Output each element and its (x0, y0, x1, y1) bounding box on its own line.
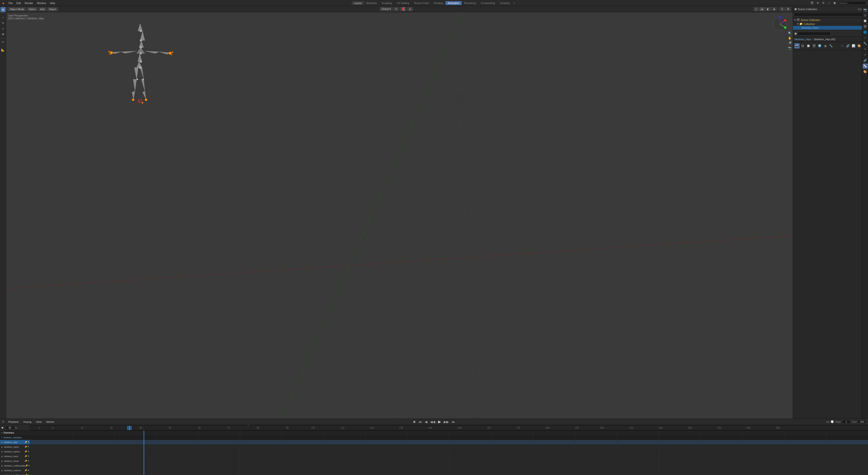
dopesheet-head-row[interactable]: ▶ Skeleton_Head 🔑 👁 (0, 459, 30, 464)
viewport-select-menu[interactable]: Select (27, 7, 37, 11)
viewport-zoom-icon[interactable]: 🔎 (787, 41, 792, 45)
props-view-icon[interactable]: 🔲 (863, 18, 868, 24)
props-scene2-icon[interactable]: 🎬 (863, 24, 868, 29)
start-frame-input[interactable]: 1 (842, 420, 850, 424)
track-spine1[interactable] (31, 449, 868, 454)
dopesheet-spine1-row[interactable]: ▶ Skeleton_Spine1 🔑 👁 (0, 449, 30, 454)
window-icon[interactable]: □ (827, 1, 831, 5)
workspace-shading[interactable]: Shading (431, 1, 445, 5)
track-neck[interactable] (31, 454, 868, 459)
keying-menu[interactable]: Keying (23, 420, 32, 424)
menu-render[interactable]: Render (23, 1, 35, 5)
props-particle-icon[interactable]: ✦ (863, 47, 868, 52)
workspace-add[interactable]: + (512, 1, 517, 5)
props-material2-icon[interactable]: 🎨 (863, 69, 868, 75)
properties-search[interactable] (798, 32, 831, 35)
workspace-animation[interactable]: Animation (445, 1, 462, 5)
props-constraint-icon[interactable]: 🔗 (863, 58, 868, 63)
current-frame-input[interactable]: 30 (5, 426, 14, 429)
viewport-gizmo-widget[interactable] (772, 16, 788, 33)
prop-object-icon[interactable]: ▣ (823, 43, 828, 49)
skeleton-hips-expand[interactable]: ▶ (1, 441, 3, 443)
workspace-scripting[interactable]: Scripting (497, 1, 512, 5)
main-viewport[interactable]: User Perspective (5D) Collection | Skele… (6, 12, 793, 419)
viewport-gizmo-toggle[interactable]: ⊕ (785, 7, 791, 11)
prop-output-icon[interactable]: 🖼 (800, 43, 805, 49)
prop-data-icon[interactable]: 📊 (851, 43, 856, 49)
collection-item[interactable]: ▾ 📁 Collection (793, 22, 868, 26)
measure-tool[interactable]: 📐 (0, 47, 6, 53)
skeleton-root-item[interactable]: Skeleton_Root 👁 🖊 (793, 26, 868, 30)
filter-icon[interactable]: ⚙ (821, 1, 826, 5)
prop-material-icon[interactable]: 🎨 (857, 43, 862, 49)
viewport-camera-icon[interactable]: 📷 (787, 46, 792, 50)
properties-editor-icon[interactable]: ▣ (795, 32, 797, 35)
scroll-left-btn[interactable]: ◀ (0, 425, 4, 431)
workspace-layout[interactable]: Layout (351, 1, 364, 5)
viewport-add-menu[interactable]: Add (38, 7, 46, 11)
dopesheet-leftarm-row[interactable]: ▶ Skeleton_LeftArm 🔑 👁 (0, 468, 30, 473)
prop-constraints-icon[interactable]: 🔗 (845, 43, 850, 49)
collection-expand-icon[interactable]: ▾ (797, 23, 798, 25)
scale-tool[interactable]: ⤢ (0, 26, 6, 31)
annotate-tool[interactable]: ✏ (0, 39, 6, 45)
view-menu[interactable]: View (35, 420, 42, 424)
scene-icon[interactable]: 🎬 (810, 1, 814, 5)
props-render-settings-icon[interactable]: 📷 (863, 7, 868, 12)
menu-file[interactable]: File (7, 1, 14, 5)
viewport-shading-material[interactable]: ◐ (765, 7, 771, 11)
props-physics2-icon[interactable]: ⚛ (863, 52, 868, 57)
breadcrumb-skeleton-hips[interactable]: Skeleton_Hips (795, 38, 811, 41)
dopesheet-neck-row[interactable]: ▶ Skeleton_Neck 🔑 👁 (0, 454, 30, 459)
prop-physics-icon[interactable]: ⚛ (840, 43, 845, 49)
playback-menu[interactable]: Playback (7, 420, 20, 424)
viewport-shading-solid[interactable]: ● (760, 7, 765, 11)
track-leftarm[interactable] (31, 468, 868, 473)
track-root[interactable] (31, 435, 868, 440)
global-transform-mode[interactable]: Global ▾ (380, 7, 393, 11)
outliner-type-icon[interactable]: ▣ (795, 7, 797, 10)
menu-edit[interactable]: Edit (14, 1, 23, 5)
menu-help[interactable]: Help (48, 1, 57, 5)
summary-row[interactable]: ▾ Summary (0, 431, 30, 435)
timeline-editor-icon[interactable]: ⏱ (2, 420, 4, 423)
viewport-shading-wire[interactable]: ◻ (753, 7, 759, 11)
outliner-search-input[interactable] (794, 13, 867, 17)
scene-collection-text[interactable]: Scene Collection (801, 19, 820, 22)
track-leftforearm[interactable] (31, 473, 868, 475)
proportional-edit[interactable]: ◎ (407, 7, 413, 11)
dopesheet-tracks[interactable] (31, 431, 868, 475)
dopesheet-spine-row[interactable]: ▶ Skeleton_Spine 🔑 👁 (0, 445, 30, 449)
reverse-play-btn[interactable]: ◀◀ (429, 420, 436, 424)
zoom-to-cursor-icon[interactable]: 🔍 (787, 31, 792, 35)
jump-to-start-btn[interactable]: ⏮ (418, 420, 423, 424)
workspace-modeling[interactable]: Modeling (364, 1, 379, 5)
prop-view-layer-icon[interactable]: 🔲 (806, 43, 811, 49)
props-modifier2-icon[interactable]: 🔧 (863, 41, 868, 46)
select-cursor-tool[interactable]: ⊕ (0, 7, 6, 12)
transform-tool[interactable]: ✥ (0, 32, 6, 37)
track-spine[interactable] (31, 445, 868, 449)
jump-to-end-btn[interactable]: ⏭ (451, 420, 456, 424)
track-leftshoulder[interactable] (31, 464, 868, 468)
track-summary[interactable] (31, 431, 868, 435)
track-hips[interactable] (31, 440, 868, 445)
dopesheet-skeleton-root[interactable]: ▾ Skeleton_Hips(Boo... (0, 435, 30, 440)
viewport-object-menu[interactable]: Object (47, 7, 58, 11)
hips-visibility-icon[interactable]: 👁 (28, 441, 29, 443)
prop-modifier-icon[interactable]: 🔧 (828, 43, 833, 49)
stop-btn[interactable]: ⏹ (412, 420, 416, 423)
snap-toggle[interactable]: 🧲 (400, 7, 406, 11)
viewport-move-icon[interactable]: ✋ (787, 36, 792, 40)
viewport-overlay-toggle[interactable]: ⊙ (779, 7, 785, 11)
prop-world-icon[interactable]: 🌍 (817, 43, 822, 49)
summary-expand[interactable]: ▾ (1, 432, 3, 434)
prop-scene-icon[interactable]: 🎬 (811, 43, 816, 49)
workspace-rendering[interactable]: Rendering (462, 1, 478, 5)
prop-particles-icon[interactable]: · (834, 43, 839, 49)
step-back-btn[interactable]: ◀ (424, 420, 428, 424)
dopesheet-skeleton-hips-row[interactable]: ▶ Skeleton_Hips 🔑 👁 (0, 440, 30, 445)
workspace-sculpting[interactable]: Sculpting (379, 1, 394, 5)
props-obj-icon[interactable]: □ (863, 35, 868, 40)
menu-window[interactable]: Window (35, 1, 48, 5)
